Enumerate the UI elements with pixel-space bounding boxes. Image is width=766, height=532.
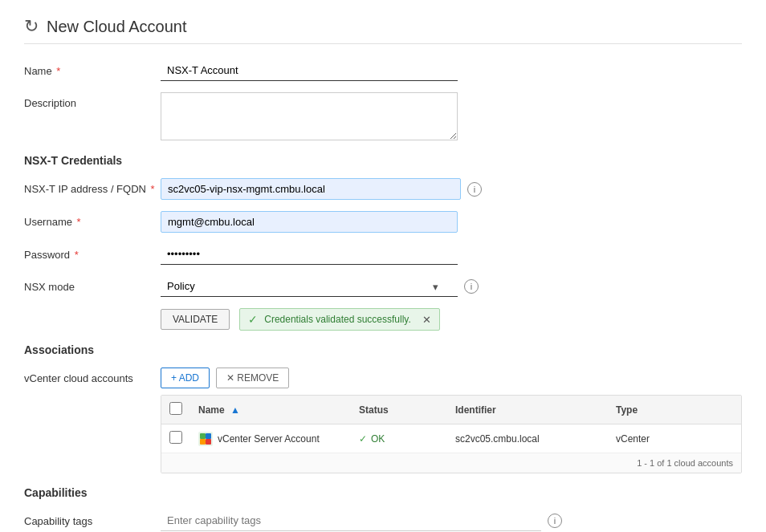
svg-rect-3 (200, 439, 206, 445)
row-identifier-cell: sc2vc05.cmbu.local (447, 424, 608, 453)
vcenter-account-icon (198, 432, 213, 446)
svg-rect-1 (200, 433, 206, 439)
row-name: vCenter Server Account (218, 433, 320, 445)
capability-tags-label: Capability tags (24, 515, 161, 527)
nsx-mode-select[interactable]: Policy Manager (161, 276, 458, 297)
capabilities-heading: Capabilities (24, 486, 742, 499)
sort-name-icon: ▲ (230, 404, 240, 416)
capability-tags-input[interactable] (161, 510, 541, 531)
password-required: * (75, 249, 79, 261)
table-header-checkbox (161, 396, 190, 424)
table-header-name[interactable]: Name ▲ (190, 396, 351, 424)
capability-info-icon[interactable]: i (548, 514, 562, 528)
success-check-icon: ✓ (248, 313, 258, 326)
nsx-mode-info-icon[interactable]: i (464, 279, 479, 294)
status-ok: ✓ OK (359, 433, 439, 445)
table-header-type: Type (608, 396, 741, 424)
row-identifier: sc2vc05.cmbu.local (455, 433, 540, 445)
svg-rect-2 (206, 433, 211, 439)
username-input[interactable] (161, 211, 458, 233)
nsx-ip-row: NSX-T IP address / FQDN * i (24, 178, 742, 200)
add-vcenter-button[interactable]: + ADD (161, 368, 210, 388)
select-all-checkbox[interactable] (169, 402, 182, 415)
vcenter-btn-row: + ADD ✕ REMOVE (161, 368, 742, 388)
associations-heading: Associations (24, 343, 742, 356)
row-checkbox[interactable] (169, 431, 182, 444)
vcenter-controls: + ADD ✕ REMOVE Name ▲ Status (161, 368, 742, 473)
description-label: Description (24, 92, 161, 109)
capability-tags-row: Capability tags i (24, 510, 742, 531)
table-header-identifier: Identifier (447, 396, 608, 424)
password-field-wrapper (161, 244, 458, 265)
name-row: Name * (24, 60, 742, 81)
ok-check-icon: ✓ (359, 433, 367, 445)
username-row: Username * (24, 211, 742, 233)
username-required: * (77, 216, 81, 228)
table-footer: 1 - 1 of 1 cloud accounts (161, 453, 741, 473)
vcenter-table: Name ▲ Status Identifier Type (161, 396, 741, 453)
row-status-cell: ✓ OK (351, 424, 447, 453)
validation-close-icon[interactable]: ✕ (422, 314, 431, 326)
cloud-sync-icon: ↻ (24, 16, 39, 37)
vcenter-label: vCenter cloud accounts (24, 368, 161, 384)
validation-message: Credentials validated successfully. (264, 314, 411, 325)
password-input[interactable] (161, 244, 458, 265)
nsx-ip-info-icon[interactable]: i (467, 182, 482, 197)
row-checkbox-cell (161, 424, 190, 453)
nsx-ip-required: * (151, 183, 155, 195)
status-text: OK (371, 433, 385, 445)
description-row: Description (24, 92, 742, 143)
svg-rect-4 (206, 439, 211, 445)
validate-row: VALIDATE ✓ Credentials validated success… (161, 308, 742, 331)
row-type-cell: vCenter (608, 424, 741, 453)
nsx-mode-label: NSX mode (24, 276, 161, 293)
row-name-cell: vCenter Server Account (190, 424, 351, 453)
password-row: Password * (24, 244, 742, 265)
name-input[interactable] (161, 60, 458, 81)
name-field-wrapper (161, 60, 458, 81)
vcenter-table-container: Name ▲ Status Identifier Type (161, 395, 742, 473)
username-label: Username * (24, 211, 161, 228)
row-type: vCenter (616, 433, 650, 445)
validation-success-banner: ✓ Credentials validated successfully. ✕ (239, 308, 440, 331)
name-required: * (56, 65, 60, 77)
table-header-row: Name ▲ Status Identifier Type (161, 396, 741, 424)
page-title: New Cloud Account (47, 18, 187, 36)
password-label: Password * (24, 244, 161, 261)
validate-button[interactable]: VALIDATE (161, 309, 230, 330)
nsx-ip-input[interactable] (161, 178, 461, 200)
page-header: ↻ New Cloud Account (24, 16, 742, 44)
description-input[interactable] (161, 92, 458, 140)
name-label: Name * (24, 60, 161, 77)
vcenter-account-cell: vCenter Server Account (198, 432, 343, 446)
credentials-heading: NSX-T Credentials (24, 154, 742, 167)
nsx-ip-label: NSX-T IP address / FQDN * (24, 178, 161, 195)
table-header-status: Status (351, 396, 447, 424)
table-row: vCenter Server Account ✓ OK sc2vc05.c (161, 424, 741, 453)
remove-vcenter-button[interactable]: ✕ REMOVE (216, 368, 289, 388)
capability-input-wrapper: i (161, 510, 562, 531)
username-field-wrapper (161, 211, 458, 233)
vcenter-accounts-row: vCenter cloud accounts + ADD ✕ REMOVE Na… (24, 368, 742, 473)
nsx-mode-row: NSX mode Policy Manager i (24, 276, 742, 297)
description-field-wrapper (161, 92, 458, 143)
